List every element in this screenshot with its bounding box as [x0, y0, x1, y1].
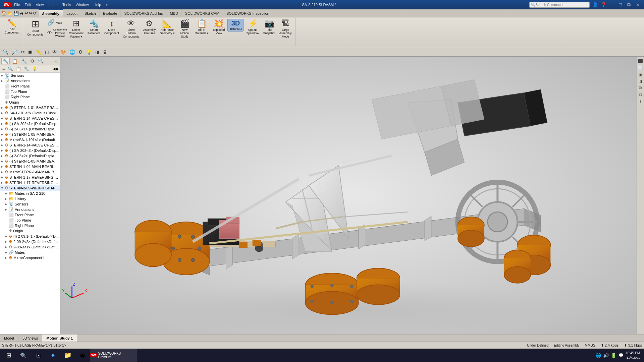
explorer-button[interactable]: 📁 [60, 349, 75, 362]
tab-sw-cam[interactable]: SOLIDWORKS CAM [182, 9, 223, 17]
tree-arrow-left[interactable]: ◀ [53, 67, 55, 71]
notification-icon[interactable]: 💬 [619, 353, 624, 358]
tree-stern105-1[interactable]: ▶ ⚙ (-) STERN-1-05-MAIN BEARIN... [0, 132, 60, 137]
redo-icon[interactable]: ↪ [29, 11, 33, 16]
stern104-1-expander[interactable]: ▶ [1, 165, 5, 168]
move-component-button[interactable]: ↕ MoveComponent [103, 19, 120, 36]
tab-mbd[interactable]: MBD [166, 9, 181, 17]
tree-right-plane[interactable]: ⬜ Right Plane [0, 94, 60, 100]
tree-mirror-sa101[interactable]: ▶ ⚙ MirrorSA-1-101<1> (Default<D... [0, 137, 60, 142]
take-snapshot-button[interactable]: 📷 TakeSnapshot [262, 19, 277, 36]
search-button[interactable]: 🔍 [16, 349, 31, 362]
tree-stern117-1[interactable]: ▶ ⚙ STERN-1-17-REVERSING SHAF... [0, 175, 60, 180]
stern105-1-expander[interactable]: ▶ [1, 133, 5, 136]
bill-of-materials-button[interactable]: 📋 Bill ofMaterials ▾ [194, 19, 210, 36]
tree-209-3[interactable]: ▶ ⚙ 2-09-3<1> (Default<<Defa... [0, 244, 60, 250]
history-expander[interactable]: ▶ [5, 197, 9, 200]
scene-icon[interactable]: 🌐 [68, 49, 76, 55]
rt-btn-5[interactable]: ⧉ [638, 85, 643, 91]
user-icon[interactable]: 👤 [592, 2, 598, 7]
mate-button[interactable]: 🔗 Mate [46, 19, 66, 26]
zoom-area-icon[interactable]: 🔎 [10, 49, 19, 55]
update-speedpak-button[interactable]: ⚡ UpdateSpeedpak [245, 19, 260, 36]
menu-window[interactable]: Window [74, 3, 90, 7]
view-display-icon[interactable]: 🖥 [101, 49, 109, 55]
tree-209-2[interactable]: ▶ ⚙ 2-09-2<2> (Default<<Defa... [0, 239, 60, 244]
tab-layout[interactable]: Layout [63, 9, 81, 17]
stern117-1-expander[interactable]: ▶ [1, 176, 5, 179]
realview-icon[interactable]: 💡 [85, 49, 93, 55]
tab-model[interactable]: Model [0, 335, 18, 342]
rt-btn-3[interactable]: ▣ [638, 71, 643, 77]
tree-203-1[interactable]: ▶ ⚙ (-) 2-03<1> (Default<Display S... [0, 126, 60, 132]
tree-annotations[interactable]: ▶ 📝 Annotations [0, 78, 60, 83]
edit-component-button[interactable]: ✏️ EditComponent [3, 19, 21, 35]
stern114-1-expander[interactable]: ▶ [1, 117, 5, 120]
orient-view-icon[interactable]: 🔍 [1, 49, 10, 55]
feature-tree[interactable]: ▶ 📡 Sensors ▶ 📝 Annotations ⬜ Front Plan… [0, 73, 60, 334]
tree-203-2[interactable]: ▶ ⚙ (-) 2-03<2> (Default<Display S... [0, 153, 60, 159]
measure-icon[interactable]: 📏 [35, 49, 43, 55]
tree-sensors[interactable]: ▶ 📡 Sensors [0, 73, 60, 78]
home-icon[interactable]: 🏠 [1, 11, 7, 16]
annotations-sub-expander[interactable]: ▶ [5, 208, 9, 211]
menu-edit[interactable]: Edit [23, 3, 33, 7]
search-box[interactable]: 🔍 [529, 2, 590, 8]
tree-sa202-3[interactable]: ▶ ⚙ (-) SA-202<3> (Default<Disp... [0, 148, 60, 153]
restore-btn[interactable]: ⧉ [626, 2, 632, 8]
component-preview-button[interactable]: 👁 ComponentPreviewWindow [46, 27, 66, 39]
tab-assembly[interactable]: Assembly [39, 9, 63, 17]
f209-1-expander[interactable]: ▶ [5, 235, 9, 238]
tree-top-plane-sub[interactable]: ⬜ Top Plane [0, 218, 60, 223]
solidworks-button[interactable]: SW SOLIDWORKS Premium... [90, 349, 137, 362]
large-assembly-mode-button[interactable]: 🏗 LargeAssemblyMode [278, 19, 293, 39]
undo-icon[interactable]: ↩ [24, 11, 28, 16]
tab-sw-inspection[interactable]: SOLIDWORKS Inspection [223, 9, 273, 17]
section-view-icon[interactable]: ▣ [27, 49, 34, 55]
mirror-sa101-expander[interactable]: ▶ [1, 138, 5, 141]
tree-mirror-comp1[interactable]: ▶ ⚙ MirrorComponent1 [0, 255, 60, 260]
tree-stern104-1[interactable]: ▶ ⚙ STERN-1-04-MAIN BEARING<1... [0, 164, 60, 169]
rt-btn-2[interactable]: ⬜ [637, 65, 644, 71]
tree-f-209-1[interactable]: ▶ ⚙ (f) 2-09.1<1> (Default<<D... [0, 234, 60, 239]
tree-stern101[interactable]: ▶ ⚙ (f) STERN-1-01-BASE FRAME<... [0, 105, 60, 110]
assembly-features-button[interactable]: ⚙ AssemblyFeatures [142, 19, 157, 36]
new-motion-study-button[interactable]: 🎬 NewMotionStudy [177, 19, 192, 39]
tree-sa202-1[interactable]: ▶ ⚙ (-) SA-202<1> (Default<Disp... [0, 121, 60, 126]
tab-3dviews[interactable]: 3D Views [18, 335, 42, 342]
203-2-expander[interactable]: ▶ [1, 154, 5, 158]
insert-components-button[interactable]: ⊞ InsertComponents [26, 19, 45, 37]
exploded-view-button[interactable]: 💥 ExplodedView [211, 19, 226, 36]
smart-fasteners-button[interactable]: 🔩 SmartFasteners [86, 19, 102, 36]
menu-file[interactable]: File [13, 3, 21, 7]
tab-sketch[interactable]: Sketch [81, 9, 100, 17]
stern209-expander[interactable]: ▼ [1, 186, 5, 190]
tree-stern105-2[interactable]: ▶ ⚙ (-) STERN-1-05-MAIN BEARIN... [0, 159, 60, 164]
tree-sensors-sub[interactable]: ▶ 📡 Sensors [0, 201, 60, 207]
sensors-sub-expander[interactable]: ▶ [5, 202, 9, 206]
tree-front-plane[interactable]: ⬜ Front Plane [0, 83, 60, 89]
3d-viewport[interactable]: X Y Z [60, 57, 637, 334]
dim-expert-tab[interactable]: ⚙ [29, 58, 36, 64]
display-style-icon[interactable]: ◻ [44, 49, 50, 55]
sensors-expander[interactable]: ▶ [1, 74, 5, 77]
tree-stern114-1[interactable]: ▶ ⚙ STERN-1-14-VALVE CHEST<1>... [0, 116, 60, 121]
help-icon[interactable]: ❓ [601, 2, 606, 7]
tree-mates-sub[interactable]: ▶ 🔗 Mates [0, 250, 60, 255]
tab-evaluate[interactable]: Evaluate [100, 9, 121, 17]
tree-right-plane-sub[interactable]: ⬜ Right Plane [0, 223, 60, 228]
sa202-3-expander[interactable]: ▶ [1, 149, 5, 152]
reference-geometry-button[interactable]: 📐 ReferenceGeometry ▾ [158, 19, 176, 36]
tree-settings-icon[interactable]: 💡 [31, 66, 38, 72]
property-manager-tab[interactable]: 📋 [11, 58, 19, 64]
tree-stern117-2[interactable]: ▶ ⚙ STERN-1-17-REVERSING SHAF... [0, 180, 60, 185]
tree-sa101-2[interactable]: ▶ ⚙ SA-1-101<2> (Default<Display... [0, 110, 60, 116]
209-3-expander[interactable]: ▶ [5, 245, 9, 249]
209-2-expander[interactable]: ▶ [5, 240, 9, 243]
sa202-1-expander[interactable]: ▶ [1, 122, 5, 125]
tree-stern114-2[interactable]: ▶ ⚙ STERN-1-14-VALVE CHEST<2>... [0, 142, 60, 148]
rt-btn-1[interactable]: ⬛ [637, 58, 644, 64]
menu-insert[interactable]: Insert [47, 3, 59, 7]
tree-mirror-stern104[interactable]: ▶ ⚙ MirrorSTERN-1-04-MAIN BEAR... [0, 169, 60, 175]
203-1-expander[interactable]: ▶ [1, 127, 5, 131]
